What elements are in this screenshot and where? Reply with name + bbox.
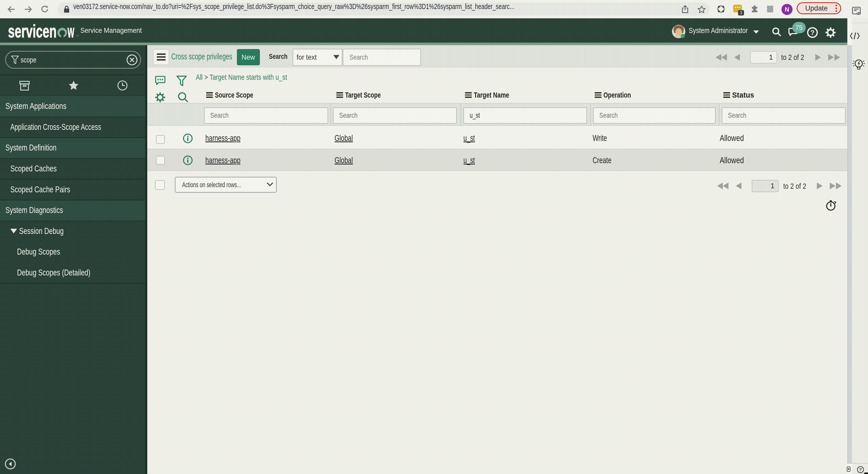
svg-text:TM: TM [76, 35, 79, 37]
svg-text:?: ? [810, 29, 815, 37]
svg-text:w: w [67, 22, 74, 40]
svg-text:?: ? [859, 467, 862, 472]
svg-text:servicen: servicen [8, 22, 57, 40]
